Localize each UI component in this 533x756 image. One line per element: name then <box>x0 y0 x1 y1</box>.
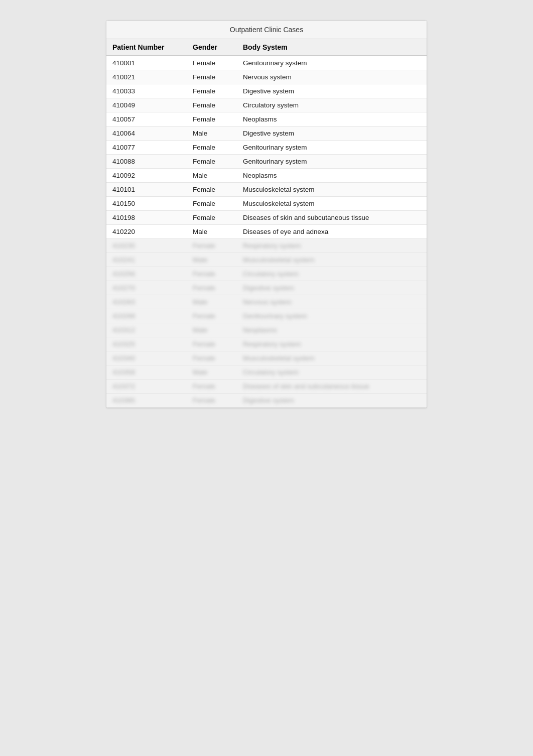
cell-patient-number: 410001 <box>106 56 187 70</box>
cell-gender: Female <box>187 112 237 127</box>
data-table: Patient Number Gender Body System 410001… <box>106 39 427 408</box>
table-row: 410033FemaleDigestive system <box>106 84 427 98</box>
cell-gender: Male <box>187 225 237 239</box>
table-row: 410312MaleNeoplasms <box>106 323 427 337</box>
table-row: 410064MaleDigestive system <box>106 127 427 141</box>
cell-patient-number: 410077 <box>106 141 187 155</box>
cell-patient-number: 410372 <box>106 380 187 394</box>
table-row: 410299FemaleGenitourinary system <box>106 309 427 323</box>
cell-gender: Female <box>187 56 237 70</box>
table-row: 410088FemaleGenitourinary system <box>106 155 427 169</box>
cell-gender: Female <box>187 351 237 365</box>
cell-body-system: Nervous system <box>237 295 427 309</box>
cell-patient-number: 410088 <box>106 155 187 169</box>
table-row: 410235FemaleRespiratory system <box>106 239 427 253</box>
table-row: 410198FemaleDiseases of skin and subcuta… <box>106 211 427 225</box>
cell-body-system: Neoplasms <box>237 112 427 127</box>
cell-patient-number: 410101 <box>106 183 187 197</box>
cell-gender: Female <box>187 394 237 408</box>
cell-body-system: Genitourinary system <box>237 141 427 155</box>
cell-gender: Female <box>187 239 237 253</box>
table-header: Patient Number Gender Body System <box>106 39 427 56</box>
cell-body-system: Musculoskeletal system <box>237 197 427 211</box>
table-row: 410021FemaleNervous system <box>106 70 427 84</box>
cell-patient-number: 410198 <box>106 211 187 225</box>
cell-gender: Female <box>187 309 237 323</box>
cell-body-system: Neoplasms <box>237 169 427 183</box>
cell-body-system: Musculoskeletal system <box>237 351 427 365</box>
cell-body-system: Circulatory system <box>237 98 427 112</box>
table-row: 410256FemaleCirculatory system <box>106 267 427 281</box>
cell-body-system: Circulatory system <box>237 365 427 380</box>
table-row: 410001FemaleGenitourinary system <box>106 56 427 70</box>
cell-gender: Female <box>187 380 237 394</box>
cell-gender: Male <box>187 169 237 183</box>
outpatient-table-container: Outpatient Clinic Cases Patient Number G… <box>106 20 427 408</box>
table-row: 410358MaleCirculatory system <box>106 365 427 380</box>
cell-body-system: Circulatory system <box>237 267 427 281</box>
cell-body-system: Diseases of skin and subcutaneous tissue <box>237 380 427 394</box>
table-row: 410385FemaleDigestive system <box>106 394 427 408</box>
cell-body-system: Diseases of skin and subcutaneous tissue <box>237 211 427 225</box>
cell-body-system: Genitourinary system <box>237 155 427 169</box>
cell-patient-number: 410340 <box>106 351 187 365</box>
table-row: 410220MaleDiseases of eye and adnexa <box>106 225 427 239</box>
cell-body-system: Neoplasms <box>237 323 427 337</box>
cell-gender: Female <box>187 211 237 225</box>
cell-body-system: Genitourinary system <box>237 56 427 70</box>
cell-gender: Male <box>187 253 237 267</box>
cell-body-system: Digestive system <box>237 84 427 98</box>
table-row: 410077FemaleGenitourinary system <box>106 141 427 155</box>
cell-gender: Female <box>187 155 237 169</box>
cell-patient-number: 410385 <box>106 394 187 408</box>
cell-patient-number: 410049 <box>106 98 187 112</box>
cell-gender: Male <box>187 365 237 380</box>
cell-patient-number: 410312 <box>106 323 187 337</box>
table-row: 410241MaleMusculoskeletal system <box>106 253 427 267</box>
col-header-gender: Gender <box>187 39 237 56</box>
col-header-patient-number: Patient Number <box>106 39 187 56</box>
cell-body-system: Nervous system <box>237 70 427 84</box>
cell-body-system: Musculoskeletal system <box>237 253 427 267</box>
table-row: 410372FemaleDiseases of skin and subcuta… <box>106 380 427 394</box>
cell-body-system: Digestive system <box>237 281 427 295</box>
table-body: 410001FemaleGenitourinary system410021Fe… <box>106 56 427 408</box>
cell-gender: Female <box>187 98 237 112</box>
cell-gender: Male <box>187 295 237 309</box>
cell-patient-number: 410325 <box>106 337 187 351</box>
table-row: 410340FemaleMusculoskeletal system <box>106 351 427 365</box>
table-title: Outpatient Clinic Cases <box>106 21 427 39</box>
cell-patient-number: 410299 <box>106 309 187 323</box>
cell-patient-number: 410241 <box>106 253 187 267</box>
cell-patient-number: 410092 <box>106 169 187 183</box>
cell-patient-number: 410283 <box>106 295 187 309</box>
table-row: 410325FemaleRespiratory system <box>106 337 427 351</box>
table-row: 410283MaleNervous system <box>106 295 427 309</box>
cell-gender: Male <box>187 127 237 141</box>
cell-patient-number: 410358 <box>106 365 187 380</box>
cell-patient-number: 410220 <box>106 225 187 239</box>
cell-gender: Female <box>187 197 237 211</box>
cell-gender: Female <box>187 84 237 98</box>
cell-body-system: Musculoskeletal system <box>237 183 427 197</box>
cell-patient-number: 410033 <box>106 84 187 98</box>
cell-body-system: Respiratory system <box>237 337 427 351</box>
cell-patient-number: 410235 <box>106 239 187 253</box>
cell-gender: Female <box>187 183 237 197</box>
table-row: 410150FemaleMusculoskeletal system <box>106 197 427 211</box>
cell-gender: Female <box>187 337 237 351</box>
cell-patient-number: 410270 <box>106 281 187 295</box>
cell-patient-number: 410256 <box>106 267 187 281</box>
table-row: 410270FemaleDigestive system <box>106 281 427 295</box>
cell-body-system: Respiratory system <box>237 239 427 253</box>
table-row: 410057FemaleNeoplasms <box>106 112 427 127</box>
cell-patient-number: 410021 <box>106 70 187 84</box>
cell-gender: Female <box>187 141 237 155</box>
cell-body-system: Diseases of eye and adnexa <box>237 225 427 239</box>
table-row: 410092MaleNeoplasms <box>106 169 427 183</box>
table-row: 410101FemaleMusculoskeletal system <box>106 183 427 197</box>
col-header-body-system: Body System <box>237 39 427 56</box>
cell-body-system: Digestive system <box>237 127 427 141</box>
cell-body-system: Genitourinary system <box>237 309 427 323</box>
cell-patient-number: 410064 <box>106 127 187 141</box>
